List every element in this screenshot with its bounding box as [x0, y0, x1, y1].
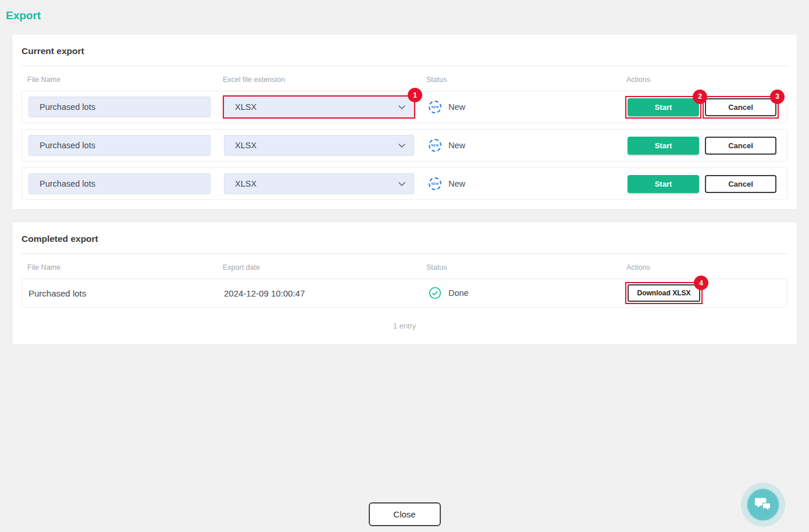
column-header-file-name: File Name [22, 76, 217, 84]
status-cell: NEW New [427, 101, 628, 113]
footer: Close [0, 502, 809, 526]
status-cell: NEW New [427, 139, 628, 152]
status-cell: NEW New [427, 177, 628, 190]
chevron-down-icon [398, 179, 405, 188]
status-text: New [448, 102, 465, 112]
chat-fab-circle [746, 488, 780, 522]
status-text: New [448, 141, 465, 150]
divider [22, 253, 787, 254]
entry-count: 1 entry [22, 322, 787, 330]
file-name-input[interactable] [28, 97, 211, 117]
column-header-actions: Actions [621, 76, 787, 84]
annotation-badge-3: 3 [770, 90, 785, 104]
chat-icon [754, 497, 772, 513]
completed-export-column-headers: File Name Export date Status Actions [22, 263, 787, 272]
cancel-button[interactable]: Cancel [705, 175, 776, 193]
extension-cell: XLSX [224, 173, 427, 194]
chat-fab[interactable] [741, 483, 785, 527]
chevron-down-icon [398, 141, 405, 150]
current-export-row-3: XLSX NEW New Start Cancel [22, 167, 787, 200]
current-export-heading: Current export [22, 46, 787, 56]
extension-select[interactable]: XLSX [224, 97, 414, 117]
file-name-text: Purchased lots [28, 288, 86, 298]
cancel-button[interactable]: Cancel [705, 137, 776, 155]
start-button[interactable]: Start [628, 175, 699, 193]
export-page: Export Current export File Name Excel fi… [0, 0, 809, 532]
current-export-row-1: XLSX 1 NEW New Start [22, 91, 787, 123]
export-date-cell: 2024-12-09 10:00:47 [224, 288, 427, 298]
download-xlsx-button[interactable]: Download XLSX [628, 284, 700, 302]
column-header-status: Status [420, 76, 621, 84]
annotation-badge-2: 2 [693, 90, 707, 104]
completed-export-card: Completed export File Name Export date S… [12, 222, 797, 345]
extension-select-value: XLSX [235, 102, 256, 112]
done-status-icon [429, 287, 441, 299]
current-export-card: Current export File Name Excel file exte… [12, 34, 797, 210]
file-name-cell [28, 173, 224, 194]
file-name-input[interactable] [28, 135, 211, 156]
divider [22, 66, 787, 66]
actions-cell: Start 2 Cancel 3 [628, 98, 787, 116]
export-date-text: 2024-12-09 10:00:47 [224, 288, 305, 298]
column-header-extension: Excel file extension [217, 76, 420, 84]
column-header-export-date: Export date [217, 263, 420, 272]
extension-cell: XLSX 1 [224, 97, 427, 117]
start-button[interactable]: Start [628, 98, 699, 116]
column-header-actions: Actions [621, 263, 787, 272]
extension-cell: XLSX [224, 135, 427, 156]
new-status-icon: NEW [429, 101, 441, 113]
start-button[interactable]: Start [628, 137, 699, 155]
column-header-file-name: File Name [22, 263, 217, 272]
completed-export-row: Purchased lots 2024-12-09 10:00:47 Done … [22, 279, 787, 308]
current-export-column-headers: File Name Excel file extension Status Ac… [22, 76, 787, 84]
annotation-badge-1: 1 [408, 88, 422, 102]
file-name-cell [28, 97, 224, 117]
column-header-status: Status [420, 263, 621, 272]
page-title: Export [0, 0, 809, 22]
file-name-cell [28, 135, 224, 156]
cancel-button[interactable]: Cancel [705, 98, 776, 116]
close-button[interactable]: Close [369, 502, 441, 526]
new-status-icon: NEW [429, 139, 441, 152]
current-export-row-2: XLSX NEW New Start Cancel [22, 129, 787, 162]
extension-select-value: XLSX [235, 141, 256, 150]
new-status-icon: NEW [429, 177, 441, 190]
status-text: Done [448, 288, 469, 298]
file-name-cell: Purchased lots [28, 288, 224, 298]
status-cell: Done [427, 287, 628, 299]
annotation-badge-4: 4 [694, 276, 708, 290]
actions-cell: Download XLSX 4 [628, 284, 787, 302]
actions-cell: Start Cancel [628, 175, 787, 193]
status-text: New [448, 179, 465, 188]
extension-select-value: XLSX [235, 179, 256, 188]
chevron-down-icon [398, 102, 405, 112]
extension-select[interactable]: XLSX [224, 173, 414, 194]
actions-cell: Start Cancel [628, 137, 787, 155]
extension-select[interactable]: XLSX [224, 135, 414, 156]
file-name-input[interactable] [28, 173, 211, 194]
completed-export-heading: Completed export [22, 234, 787, 244]
